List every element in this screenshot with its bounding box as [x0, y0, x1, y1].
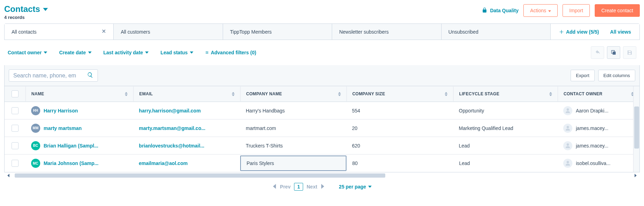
sort-icon	[125, 92, 128, 96]
person-icon	[563, 159, 572, 168]
column-label: COMPANY SIZE	[352, 91, 385, 96]
cell-name[interactable]: HHHarry Harrison	[26, 106, 134, 115]
create-contact-button[interactable]: Create contact	[595, 4, 640, 17]
data-quality-link[interactable]: Data Quality	[482, 7, 519, 14]
chevron-down-icon	[43, 4, 48, 14]
edit-columns-button[interactable]: Edit columns	[598, 70, 635, 81]
tab-label: All contacts	[12, 29, 37, 35]
cell-email[interactable]: brianlovestrucks@hotmail...	[133, 143, 240, 149]
column-header-owner[interactable]: CONTACT OWNER	[558, 87, 639, 101]
table-header: NAME EMAIL COMPANY NAME COMPANY SIZE LIF…	[5, 86, 639, 102]
horizontal-scrollbar[interactable]	[4, 172, 640, 179]
cell-size[interactable]: 20	[346, 125, 453, 131]
cell-stage[interactable]: Opportunity	[453, 108, 558, 114]
column-header-email[interactable]: EMAIL	[133, 87, 240, 101]
cell-name[interactable]: MCMaria Johnson (Samp...	[26, 159, 133, 168]
prev-label[interactable]: Prev	[280, 184, 291, 190]
view-tab[interactable]: Newsletter subscribers	[332, 24, 441, 40]
column-header-name[interactable]: NAME	[26, 87, 134, 101]
actions-label: Actions	[530, 8, 546, 13]
cell-company[interactable]: Harry's Handbags	[240, 108, 346, 114]
row-checkbox[interactable]	[12, 107, 19, 114]
email-link[interactable]: emailmaria@aol.com	[139, 160, 188, 166]
filter-lead-status[interactable]: Lead status	[160, 50, 193, 55]
filter-label: Create date	[59, 50, 86, 55]
cell-stage[interactable]: Lead	[453, 160, 558, 166]
filter-last-activity[interactable]: Last activity date	[103, 50, 149, 55]
cell-owner[interactable]: isobel.osulliva...	[558, 159, 639, 168]
email-link[interactable]: harry.harrison@gmail.com	[139, 108, 201, 114]
filter-contact-owner[interactable]: Contact owner	[8, 50, 47, 55]
avatar: BC	[31, 141, 40, 150]
cell-email[interactable]: harry.harrison@gmail.com	[133, 108, 240, 114]
add-view-link[interactable]: Add view (5/5)	[559, 29, 599, 35]
row-checkbox[interactable]	[12, 160, 19, 167]
avatar: HH	[31, 106, 40, 115]
cell-owner[interactable]: james.macey...	[558, 141, 639, 150]
cell-company[interactable]: Truckers T-Shirts	[240, 143, 346, 149]
next-arrow-icon[interactable]	[321, 184, 325, 190]
filter-create-date[interactable]: Create date	[59, 50, 91, 55]
cell-size[interactable]: 80	[347, 160, 453, 166]
cell-size[interactable]: 620	[346, 143, 453, 149]
table-row: BCBrian Halligan (Sampl...brianlovestruc…	[5, 137, 639, 154]
cell-email[interactable]: marty.martsman@gmail.co...	[133, 125, 240, 131]
column-header-stage[interactable]: LIFECYCLE STAGE	[453, 87, 558, 101]
per-page-dropdown[interactable]: 25 per page	[339, 184, 372, 190]
actions-dropdown[interactable]: Actions	[523, 4, 558, 17]
export-button[interactable]: Export	[571, 70, 595, 81]
email-link[interactable]: brianlovestrucks@hotmail...	[139, 143, 204, 149]
column-label: NAME	[31, 91, 44, 96]
cell-size[interactable]: 554	[346, 108, 453, 114]
all-views-label: All views	[610, 29, 631, 35]
advanced-filters-link[interactable]: Advanced filters (0)	[205, 50, 256, 55]
column-header-size[interactable]: COMPANY SIZE	[346, 87, 453, 101]
select-all-checkbox[interactable]	[12, 90, 19, 97]
row-checkbox[interactable]	[12, 125, 19, 132]
vertical-scrollbar[interactable]	[633, 86, 639, 172]
view-tab[interactable]: Unsubscribed	[442, 24, 551, 40]
cell-stage[interactable]: Lead	[453, 143, 558, 149]
column-label: COMPANY NAME	[246, 91, 282, 96]
cell-owner[interactable]: Aaron Drapki...	[558, 106, 639, 115]
import-button[interactable]: Import	[563, 4, 590, 17]
cell-name[interactable]: MMmarty martsman	[26, 124, 134, 133]
cell-owner[interactable]: james.macey...	[558, 124, 639, 133]
page-title[interactable]: Contacts	[4, 4, 48, 14]
view-tab[interactable]: TippTopp Members	[223, 24, 332, 40]
contact-name-link[interactable]: Brian Halligan (Sampl...	[44, 143, 98, 149]
import-label: Import	[569, 8, 583, 13]
column-header-company[interactable]: COMPANY NAME	[240, 87, 346, 101]
search-input[interactable]	[13, 73, 84, 79]
contact-name-link[interactable]: Harry Harrison	[44, 108, 78, 114]
cell-email[interactable]: emailmaria@aol.com	[133, 160, 240, 166]
cell-stage[interactable]: Marketing Qualified Lead	[453, 125, 558, 131]
tab-label: Newsletter subscribers	[339, 29, 389, 35]
filter-label: Last activity date	[103, 50, 143, 55]
close-icon[interactable]	[101, 29, 106, 35]
page-number[interactable]: 1	[294, 183, 303, 191]
cell-company[interactable]: martmart.com	[240, 125, 346, 131]
scroll-left-arrow[interactable]	[6, 173, 10, 178]
scroll-right-arrow[interactable]	[634, 173, 638, 178]
view-tab[interactable]: All contacts	[5, 24, 114, 40]
cell-company-editing[interactable]: Paris Stylers	[240, 156, 346, 171]
edit-columns-label: Edit columns	[603, 73, 630, 78]
duplicate-button[interactable]	[607, 46, 620, 59]
contact-name-link[interactable]: marty martsman	[44, 125, 82, 131]
scroll-thumb[interactable]	[15, 173, 385, 178]
view-tab[interactable]: All customers	[114, 24, 223, 40]
tab-label: Unsubscribed	[449, 29, 479, 35]
search-box[interactable]	[9, 69, 98, 82]
create-label: Create contact	[601, 8, 633, 13]
row-checkbox[interactable]	[12, 142, 19, 149]
all-views-link[interactable]: All views	[610, 29, 631, 35]
scroll-thumb[interactable]	[634, 107, 639, 149]
search-icon	[87, 72, 93, 79]
next-label[interactable]: Next	[307, 184, 317, 190]
contact-name-link[interactable]: Maria Johnson (Samp...	[44, 160, 99, 166]
email-link[interactable]: marty.martsman@gmail.co...	[139, 125, 205, 131]
column-label: LIFECYCLE STAGE	[459, 91, 499, 96]
cell-name[interactable]: BCBrian Halligan (Sampl...	[26, 141, 134, 150]
prev-arrow-icon[interactable]	[272, 184, 277, 190]
